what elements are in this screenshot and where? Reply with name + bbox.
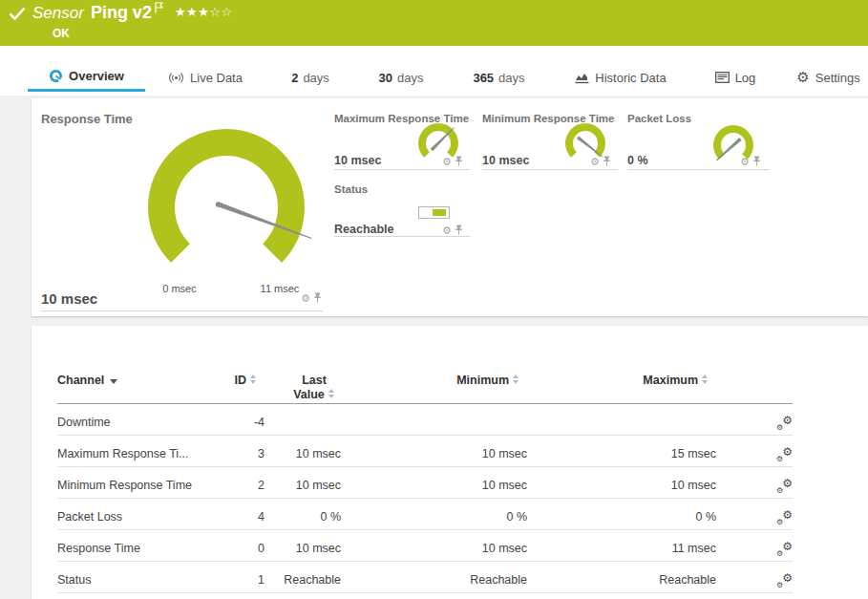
flag-icon[interactable]	[155, 0, 163, 17]
cell: Maximum Response Ti...	[57, 435, 220, 466]
gauge-scale-min: 0 msec	[146, 283, 213, 294]
pin-icon[interactable]	[603, 156, 611, 167]
sort-icon	[513, 374, 519, 384]
table-row[interactable]: Status1ReachableReachableReachable⚙⚙	[57, 561, 793, 592]
caret-down-icon	[110, 379, 117, 384]
tab-live-data[interactable]: Live Data	[153, 63, 258, 92]
channel-settings-button[interactable]: ⚙⚙	[716, 403, 793, 435]
gauges-panel: Response Time 0 msec 11 msec 10 msec ⚙ M…	[32, 98, 868, 316]
gauge-actions: ⚙	[442, 225, 463, 236]
gear-icon[interactable]: ⚙	[442, 157, 452, 167]
cell: 0	[220, 529, 265, 561]
gear-icon[interactable]: ⚙	[590, 157, 600, 167]
cell: 10 msec	[527, 466, 716, 498]
channel-settings-button[interactable]: ⚙⚙	[716, 498, 793, 529]
cell: -4	[220, 403, 265, 435]
channel-settings-button[interactable]: ⚙⚙	[716, 561, 793, 592]
channel-settings-button[interactable]: ⚙⚙	[716, 435, 793, 466]
table-row[interactable]: Packet Loss40 %0 %0 %⚙⚙	[57, 498, 793, 529]
pin-icon[interactable]	[455, 225, 463, 236]
gears-icon: ⚙⚙	[776, 479, 793, 495]
col-header-maximum[interactable]: Maximum	[527, 370, 716, 403]
channels-table: Channel ID Last Value Minimum Maximum Do…	[57, 370, 793, 593]
cell: Status	[57, 561, 220, 592]
tab-historic-data[interactable]: Historic Data	[559, 63, 683, 92]
cell: 0 %	[341, 498, 527, 529]
gauge-title-response-time: Response Time	[41, 112, 133, 126]
gear-icon[interactable]: ⚙	[740, 157, 750, 167]
cell: 10 msec	[265, 435, 341, 466]
channel-settings-button[interactable]: ⚙⚙	[716, 466, 793, 498]
tab-30-days[interactable]: 30days	[358, 63, 444, 92]
cell: 0 %	[527, 498, 716, 529]
pin-icon[interactable]	[752, 156, 761, 167]
pin-icon[interactable]	[455, 156, 463, 167]
cell: 4	[220, 498, 265, 529]
cell: Packet Loss	[57, 498, 220, 529]
cell: Reachable	[527, 561, 716, 592]
cell: 10 msec	[341, 466, 527, 498]
gears-icon: ⚙⚙	[776, 416, 793, 432]
table-row[interactable]: Maximum Response Ti...310 msec10 msec15 …	[57, 435, 793, 466]
col-header-minimum[interactable]: Minimum	[341, 370, 527, 403]
gauge-actions: ⚙	[740, 156, 761, 167]
tab-bar: Overview Live Data 2days 30days 365days …	[0, 46, 868, 96]
cell: 10 msec	[341, 435, 527, 466]
gear-icon[interactable]: ⚙	[301, 293, 310, 304]
cell: Reachable	[265, 561, 341, 592]
channel-settings-button[interactable]: ⚙⚙	[716, 529, 793, 561]
sensor-header: Sensor Ping v2 ★★★☆☆ OK	[0, 0, 868, 46]
cell: 10 msec	[265, 466, 341, 498]
ok-check-icon	[9, 7, 26, 24]
cell: 10 msec	[265, 529, 341, 561]
sort-icon	[328, 389, 335, 398]
cell: Response Time	[57, 529, 220, 561]
sort-icon	[250, 374, 257, 384]
cell: 10 msec	[341, 529, 527, 561]
gauge-icon	[49, 69, 63, 83]
cell	[265, 403, 341, 435]
gauge-actions: ⚙	[301, 292, 322, 304]
gauge-actions: ⚙	[590, 156, 611, 167]
cell	[527, 403, 716, 435]
col-header-channel[interactable]: Channel	[57, 370, 220, 403]
broadcast-icon	[168, 72, 184, 84]
tab-log[interactable]: Log	[692, 63, 778, 92]
star-rating[interactable]: ★★★☆☆	[175, 5, 233, 19]
chart-icon	[575, 72, 589, 84]
tab-365-days[interactable]: 365days	[449, 63, 549, 92]
gears-icon: ⚙⚙	[776, 447, 793, 463]
page-title: Ping v2	[91, 3, 152, 23]
tab-settings[interactable]: ⚙ Settings	[789, 63, 868, 92]
cell: 15 msec	[527, 435, 716, 466]
gears-icon: ⚙⚙	[776, 573, 793, 589]
col-header-last-value[interactable]: Last Value	[265, 370, 341, 403]
cell	[341, 403, 527, 435]
gears-icon: ⚙⚙	[776, 542, 793, 558]
cell: 11 msec	[527, 529, 716, 561]
max-response-value: 10 msec	[334, 154, 381, 167]
gears-icon: ⚙⚙	[776, 510, 793, 526]
gear-icon[interactable]: ⚙	[442, 225, 452, 236]
col-header-id[interactable]: ID	[220, 370, 265, 403]
tab-2-days[interactable]: 2days	[267, 63, 353, 92]
cell: 2	[220, 466, 265, 498]
gauge-actions: ⚙	[442, 156, 463, 167]
table-row[interactable]: Response Time010 msec10 msec11 msec⚙⚙	[57, 529, 793, 561]
gauge-title-packet-loss: Packet Loss	[627, 113, 691, 124]
cell: 0 %	[265, 498, 341, 529]
table-row[interactable]: Downtime-4⚙⚙	[57, 403, 793, 435]
table-row[interactable]: Minimum Response Time210 msec10 msec10 m…	[57, 466, 793, 498]
gauge-title-status: Status	[334, 183, 368, 195]
cell: 1	[220, 561, 265, 592]
sort-icon	[702, 374, 709, 384]
sensor-kind-label: Sensor	[32, 4, 84, 23]
cell: Minimum Response Time	[57, 466, 220, 498]
channels-panel: Channel ID Last Value Minimum Maximum Do…	[32, 326, 868, 599]
cell: 3	[220, 435, 265, 466]
cell: Downtime	[57, 403, 220, 435]
response-time-gauge	[131, 112, 322, 303]
pin-icon[interactable]	[313, 292, 322, 304]
status-toggle[interactable]	[418, 206, 450, 219]
tab-overview[interactable]: Overview	[28, 63, 145, 92]
